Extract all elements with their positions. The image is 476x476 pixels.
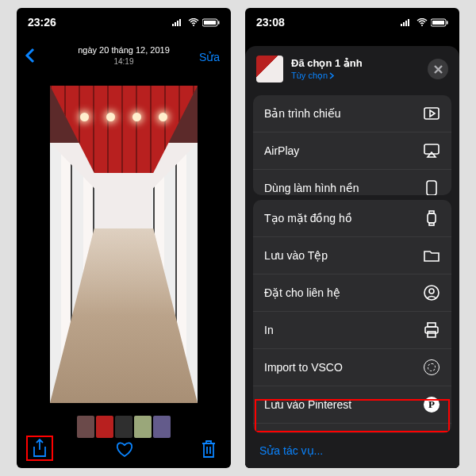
close-button[interactable] [428,59,448,79]
photo-viewport[interactable] [17,75,231,414]
trash-icon [201,440,217,459]
svg-marker-17 [430,110,435,117]
svg-rect-14 [432,21,444,25]
edit-actions-button[interactable]: Sửa tác vụ... [245,433,459,468]
svg-rect-3 [179,19,181,26]
contact-icon [423,284,440,301]
svg-rect-11 [408,19,409,26]
close-icon [434,65,443,74]
share-icon [31,439,48,459]
action-group-2: Tạo mặt đồng hồLưu vào TệpĐặt cho liên h… [253,200,451,433]
delete-button[interactable] [201,440,217,462]
g1-row-1[interactable]: AirPlay [253,132,451,170]
g2-row-5[interactable]: Lưu vào PinterestP [253,386,451,424]
photo-content [50,86,198,403]
svg-marker-19 [428,152,436,157]
status-bar: 23:26 [17,8,231,36]
row-label: Import to VSCO [264,361,343,374]
g1-row-0[interactable]: Bản trình chiếu [253,95,451,132]
g2-row-0[interactable]: Tạo mặt đồng hồ [253,200,451,237]
row-label: In [264,324,274,336]
heart-icon [115,440,134,458]
row-label: Dùng làm hình nền [264,182,359,194]
g2-row-3[interactable]: In [253,312,451,349]
action-group-1: Bản trình chiếuAirPlayDùng làm hình nền [253,95,451,195]
slideshow-icon [423,105,440,122]
svg-rect-1 [175,22,176,26]
status-bar: 23:08 [245,8,459,36]
svg-rect-23 [429,223,434,225]
svg-rect-7 [218,21,220,24]
row-label: Lưu vào Tệp [264,249,328,262]
chevron-right-icon [329,72,335,79]
options-button[interactable]: Tùy chọn [291,71,363,81]
share-button[interactable] [31,439,48,463]
svg-rect-28 [428,332,436,337]
back-button[interactable] [25,48,36,67]
svg-rect-9 [403,22,405,26]
g2-row-4[interactable]: Import to VSCO [253,349,451,386]
status-icons [172,18,220,27]
svg-rect-6 [204,21,216,25]
row-label: AirPlay [264,144,299,157]
svg-rect-20 [427,181,436,195]
svg-point-12 [421,25,423,26]
svg-rect-0 [172,24,174,26]
svg-point-4 [193,25,194,26]
row-label: Lưu vào Pinterest [264,398,351,411]
svg-rect-2 [177,21,178,26]
g2-row-6[interactable]: Đổi kích thước ảnh [253,424,451,433]
svg-rect-8 [401,24,402,26]
print-icon [423,321,440,339]
edit-button[interactable]: Sửa [199,51,220,63]
sheet-header: Đã chọn 1 ảnh Tùy chọn [245,46,459,90]
navbar: ngày 20 tháng 12, 2019 14:19 Sửa [17,36,231,75]
photo-date: ngày 20 tháng 12, 2019 14:19 [78,44,170,66]
share-sheet: Đã chọn 1 ảnh Tùy chọn Bản trình chiếuAi… [245,46,459,468]
pinterest-icon: P [423,396,440,413]
favorite-button[interactable] [115,440,134,461]
row-label: Tạo mặt đồng hồ [264,212,352,225]
status-time: 23:08 [256,16,285,29]
svg-rect-21 [428,213,436,223]
svg-rect-22 [429,211,434,213]
g1-row-2[interactable]: Dùng làm hình nền [253,170,451,195]
status-time: 23:26 [28,16,56,29]
wallpaper-icon [423,179,440,195]
svg-rect-16 [424,108,439,119]
status-icons [401,18,448,27]
sheet-thumbnail [256,56,283,83]
svg-point-25 [429,289,434,294]
photos-detail-screen: 23:26 ngày 20 tháng 12, 2019 14:19 Sửa [17,8,231,468]
svg-rect-10 [405,21,407,26]
share-sheet-screen: 23:08 Đã chọn 1 ảnh Tùy chọn Bản trình c… [245,8,459,468]
watchface-icon [423,209,440,227]
svg-rect-15 [447,21,448,24]
bottom-toolbar [17,433,231,468]
sheet-title: Đã chọn 1 ảnh [291,57,363,69]
row-label: Bản trình chiếu [264,107,341,120]
files-icon [423,247,440,264]
airplay-icon [423,142,440,159]
vsco-icon [423,359,440,376]
row-label: Đặt cho liên hệ [264,286,340,299]
g2-row-1[interactable]: Lưu vào Tệp [253,237,451,274]
g2-row-2[interactable]: Đặt cho liên hệ [253,274,451,312]
